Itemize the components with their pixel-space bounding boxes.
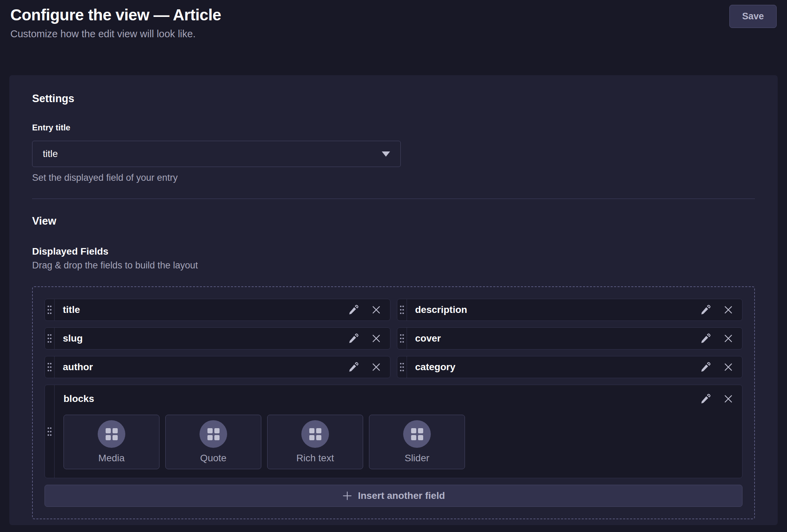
pencil-icon bbox=[348, 362, 359, 373]
close-icon bbox=[723, 305, 733, 315]
settings-heading: Settings bbox=[32, 92, 755, 105]
pencil-icon bbox=[700, 362, 711, 373]
field-label: blocks bbox=[64, 393, 94, 404]
drag-handle[interactable] bbox=[397, 328, 407, 349]
edit-field-button[interactable] bbox=[348, 333, 359, 344]
component-card-media[interactable]: Media bbox=[64, 415, 159, 469]
close-icon bbox=[723, 362, 733, 372]
close-icon bbox=[723, 334, 733, 343]
field-row-author: author bbox=[45, 356, 390, 378]
page-header: Configure the view — Article Customize h… bbox=[0, 0, 787, 75]
close-icon bbox=[723, 394, 733, 404]
close-icon bbox=[371, 362, 381, 372]
grip-icon bbox=[399, 305, 405, 315]
section-divider bbox=[32, 198, 755, 199]
save-button[interactable]: Save bbox=[729, 5, 777, 28]
edit-field-button[interactable] bbox=[348, 362, 359, 373]
grid-icon bbox=[207, 428, 220, 440]
edit-field-button[interactable] bbox=[700, 362, 711, 373]
edit-field-button[interactable] bbox=[700, 304, 711, 315]
close-icon bbox=[371, 334, 381, 343]
field-row-description: description bbox=[397, 299, 743, 321]
grid-icon bbox=[309, 428, 321, 440]
remove-field-button[interactable] bbox=[723, 362, 733, 372]
edit-field-button[interactable] bbox=[700, 393, 711, 404]
fields-dropzone: title description bbox=[32, 286, 755, 519]
field-label: title bbox=[63, 304, 348, 315]
component-label: Quote bbox=[200, 453, 226, 464]
grip-icon bbox=[399, 333, 405, 344]
grip-icon bbox=[47, 305, 52, 315]
component-label: Rich text bbox=[297, 453, 334, 464]
component-list: Media Quote Rich text Slider bbox=[64, 415, 733, 469]
component-card-quote[interactable]: Quote bbox=[165, 415, 261, 469]
drag-handle[interactable] bbox=[45, 385, 55, 478]
grip-icon bbox=[47, 333, 52, 344]
component-label: Slider bbox=[405, 453, 429, 464]
field-label: author bbox=[63, 362, 348, 373]
remove-field-button[interactable] bbox=[371, 305, 381, 315]
close-icon bbox=[371, 305, 381, 315]
drag-handle[interactable] bbox=[45, 299, 55, 321]
configuration-panel: Settings Entry title title Set the displ… bbox=[9, 75, 778, 525]
field-label: slug bbox=[63, 333, 348, 344]
insert-field-label: Insert another field bbox=[358, 490, 445, 501]
entry-title-hint: Set the displayed field of your entry bbox=[32, 173, 755, 183]
field-label: category bbox=[415, 362, 700, 373]
insert-field-button[interactable]: Insert another field bbox=[45, 485, 742, 507]
component-card-rich-text[interactable]: Rich text bbox=[267, 415, 363, 469]
component-card-slider[interactable]: Slider bbox=[369, 415, 465, 469]
field-label: cover bbox=[415, 333, 700, 344]
entry-title-label: Entry title bbox=[32, 123, 755, 132]
page-subtitle: Customize how the edit view will look li… bbox=[10, 28, 777, 40]
field-row-blocks: blocks Media Quote bbox=[45, 385, 742, 478]
drag-handle[interactable] bbox=[397, 356, 407, 378]
drag-handle[interactable] bbox=[45, 356, 55, 378]
grid-icon bbox=[411, 428, 423, 440]
pencil-icon bbox=[348, 333, 359, 344]
pencil-icon bbox=[700, 304, 711, 315]
grip-icon bbox=[399, 362, 405, 372]
view-heading: View bbox=[32, 215, 755, 227]
entry-title-selected-value: title bbox=[43, 148, 58, 159]
field-label: description bbox=[415, 304, 700, 315]
edit-field-button[interactable] bbox=[348, 304, 359, 315]
component-label: Media bbox=[98, 453, 125, 464]
field-row-slug: slug bbox=[45, 327, 390, 349]
remove-field-button[interactable] bbox=[723, 334, 733, 343]
field-row-cover: cover bbox=[397, 327, 743, 349]
entry-title-select[interactable]: title bbox=[32, 141, 401, 167]
remove-field-button[interactable] bbox=[371, 334, 381, 343]
displayed-fields-label: Displayed Fields bbox=[32, 246, 755, 257]
grid-icon bbox=[106, 428, 118, 440]
fields-grid: title description bbox=[45, 299, 742, 478]
chevron-down-icon bbox=[382, 151, 390, 157]
plus-icon bbox=[342, 491, 352, 501]
remove-field-button[interactable] bbox=[723, 394, 733, 404]
drag-handle[interactable] bbox=[397, 299, 407, 321]
drag-handle[interactable] bbox=[45, 328, 55, 349]
grip-icon bbox=[47, 426, 52, 437]
grip-icon bbox=[47, 362, 52, 372]
remove-field-button[interactable] bbox=[723, 305, 733, 315]
pencil-icon bbox=[348, 304, 359, 315]
remove-field-button[interactable] bbox=[371, 362, 381, 372]
field-row-category: category bbox=[397, 356, 743, 378]
pencil-icon bbox=[700, 333, 711, 344]
field-row-title: title bbox=[45, 299, 390, 321]
pencil-icon bbox=[700, 393, 711, 404]
edit-field-button[interactable] bbox=[700, 333, 711, 344]
displayed-fields-hint: Drag & drop the fields to build the layo… bbox=[32, 260, 755, 271]
page-title: Configure the view — Article bbox=[10, 6, 777, 24]
